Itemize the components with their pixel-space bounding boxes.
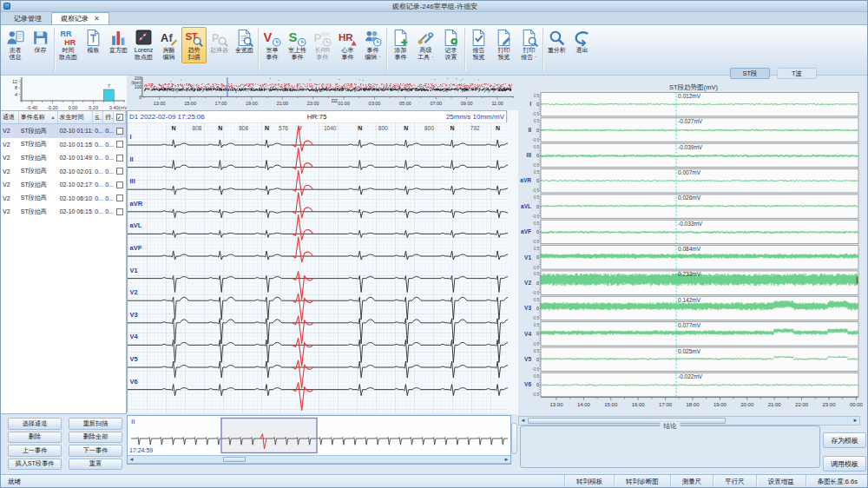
event-button-7[interactable]: 重置: [69, 458, 122, 471]
row-checkbox[interactable]: [116, 141, 123, 148]
st-trend-chart[interactable]: 0.5-0.5I00.012mV0.5-0.5II0-0.027mV0.5-0.…: [518, 81, 868, 414]
collapse-handle[interactable]: [511, 423, 517, 454]
row-checkbox-cell[interactable]: [114, 155, 126, 162]
row-checkbox[interactable]: [116, 195, 123, 201]
column-header-0[interactable]: 通道: [1, 111, 19, 123]
toolbar-button-adv-tools[interactable]: 高级 工具 ·: [413, 27, 438, 63]
row-checkbox-cell[interactable]: [114, 168, 126, 175]
status-item-0[interactable]: 转到模板: [564, 475, 614, 488]
event-button-6[interactable]: 插入ST段事件: [8, 458, 62, 471]
row-checkbox[interactable]: [116, 208, 123, 215]
column-header-1[interactable]: 事件名称▲: [19, 111, 58, 123]
table-row[interactable]: V2ST段抬高02-10 02:01:...0...0...: [1, 165, 126, 179]
toolbar-button-sv-event[interactable]: S室上性 事件: [285, 27, 310, 63]
st-panel-tab-t-wave[interactable]: T波: [777, 68, 817, 79]
toolbar-button-patient[interactable]: 患者 信息: [3, 27, 28, 63]
toolbar-button-lorenz[interactable]: Lorenz 散点图: [131, 27, 156, 63]
load-template-button[interactable]: 调用模板: [823, 456, 866, 472]
toolbar-button-rrhr-scatter[interactable]: RRHR时间 散点图: [56, 27, 81, 63]
table-row[interactable]: V2ST段抬高02-10 01:49:...0...0...: [1, 151, 126, 165]
rhythm-strip-scrollbar[interactable]: ◄ ►: [128, 455, 510, 464]
toolbar-button-exit[interactable]: 退出: [569, 27, 595, 63]
table-row[interactable]: V2ST段抬高02-10 06:10:...0...0...: [1, 192, 126, 206]
table-row[interactable]: V2ST段抬高02-10 01:15:...0...0...: [1, 138, 126, 152]
header-checkbox-cell[interactable]: ✓: [114, 111, 126, 123]
scroll-right-icon[interactable]: ►: [852, 417, 859, 425]
svg-text:HR: HR: [339, 32, 353, 43]
svg-text:11:00: 11:00: [491, 101, 503, 106]
rhythm-strip-chart[interactable]: [128, 416, 510, 455]
status-item-2[interactable]: 测量尺: [670, 475, 713, 488]
column-header-3[interactable]: S...: [93, 111, 103, 123]
status-item-3[interactable]: 平行尺: [713, 475, 756, 488]
column-header-2[interactable]: 发生时间: [58, 111, 94, 123]
ecg-12lead-chart[interactable]: N808N808N576V1040N800N800N792NIIIIIIaVRa…: [128, 122, 508, 413]
svg-text:0.012mV: 0.012mV: [678, 93, 701, 99]
pacemaker-icon: P: [210, 29, 228, 47]
row-checkbox-cell[interactable]: [114, 128, 126, 135]
column-header-4[interactable]: 持...: [103, 111, 114, 123]
toolbar-button-hr-event[interactable]: HR心率 事件: [335, 27, 360, 63]
toolbar-button-overview[interactable]: 全览图: [232, 27, 257, 63]
event-button-0[interactable]: 选择通道: [8, 418, 62, 430]
svg-text:19:00: 19:00: [713, 402, 727, 407]
toolbar-button-event-edit[interactable]: 事件 编辑 ·: [360, 27, 385, 63]
st-panel-tabs: ST段T波: [730, 68, 817, 79]
row-checkbox[interactable]: [116, 128, 123, 135]
row-checkbox-cell[interactable]: [114, 195, 126, 201]
toolbar-button-save[interactable]: 保存: [28, 27, 53, 63]
toolbar-button-afib-edit[interactable]: Af房颤 编辑: [156, 27, 181, 63]
st-panel-tab-st[interactable]: ST段: [730, 68, 770, 79]
sort-asc-icon[interactable]: ▲: [51, 115, 56, 120]
event-button-2[interactable]: 删除: [8, 432, 62, 444]
hr-trend-chart[interactable]: 200(bpm)100013:0015:0017:0019:0021:0023:…: [127, 76, 517, 110]
svg-text:0: 0: [536, 178, 539, 183]
conclusion-box[interactable]: 结论: [520, 425, 820, 468]
scroll-left-icon[interactable]: ◄: [128, 456, 135, 464]
st-trend-scroll-thumb[interactable]: [528, 418, 726, 424]
status-item-4[interactable]: 设置增益: [756, 475, 806, 488]
toolbar-button-print-preview[interactable]: 打印 预览: [491, 27, 516, 63]
svg-text:0: 0: [139, 95, 141, 100]
row-checkbox[interactable]: [116, 181, 123, 188]
cell-2: 02-10 01:49:...: [58, 155, 94, 161]
status-item-1[interactable]: 转到诊断图: [614, 475, 670, 488]
table-row[interactable]: V2ST段抬高02-10 02:17:...0...0...: [1, 178, 126, 192]
svg-text:RR: RR: [61, 30, 72, 38]
save-as-template-button[interactable]: 存为模板: [823, 432, 866, 448]
event-button-3[interactable]: 删除全部: [69, 432, 122, 444]
toolbar-button-st-scan[interactable]: ST趋势 扫描: [181, 27, 207, 63]
row-checkbox-cell[interactable]: [114, 208, 126, 215]
row-checkbox-cell[interactable]: [114, 141, 126, 148]
row-checkbox[interactable]: [116, 155, 123, 162]
toolbar-button-print-report[interactable]: 打印 报告 ·: [516, 27, 542, 63]
table-row[interactable]: V2ST段抬高02-10 06:15:...0...0...: [1, 205, 126, 219]
toolbar-button-histogram[interactable]: 直方图: [106, 27, 131, 63]
svg-text:05:00: 05:00: [399, 101, 411, 106]
tab-observe-record[interactable]: 观察记录✕: [51, 12, 109, 24]
scroll-left-icon[interactable]: ◄: [519, 417, 527, 425]
table-row[interactable]: V2ST段抬高02-10 01:11:...0...0...: [1, 124, 126, 138]
toolbar-button-label: 添加 事件: [395, 47, 407, 62]
toolbar-button-record-settings[interactable]: 记录 设置: [438, 27, 464, 63]
header-checkbox[interactable]: ✓: [116, 114, 123, 121]
st-trend-scrollbar[interactable]: ◄ ►: [518, 416, 860, 425]
row-checkbox[interactable]: [116, 168, 123, 175]
row-checkbox-cell[interactable]: [114, 181, 126, 188]
svg-text:HR: HR: [64, 38, 76, 47]
event-button-1[interactable]: 重新扫描: [69, 418, 122, 430]
toolbar-button-add-event[interactable]: 添加 事件: [388, 27, 413, 63]
toolbar-button-report-preview[interactable]: 报告 预览: [466, 27, 491, 63]
cell-3: 0...: [93, 168, 103, 175]
rhythm-strip-scroll-thumb[interactable]: [223, 457, 246, 462]
event-button-4[interactable]: 上一事件: [8, 445, 62, 457]
toolbar-button-template[interactable]: 模板: [81, 27, 106, 63]
status-item-5[interactable]: 条图长度:6.6s: [806, 475, 868, 488]
event-button-5[interactable]: 下一事件: [69, 445, 122, 457]
close-tab-icon[interactable]: ✕: [94, 16, 100, 23]
scroll-right-icon[interactable]: ►: [503, 456, 510, 464]
toolbar-button-v-event[interactable]: V室早 事件: [260, 27, 285, 63]
toolbar-button-label: 报告 预览: [473, 47, 485, 62]
tab-record-management[interactable]: 记录管理: [4, 12, 51, 24]
toolbar-button-reanalyze[interactable]: 重分析: [544, 27, 569, 63]
